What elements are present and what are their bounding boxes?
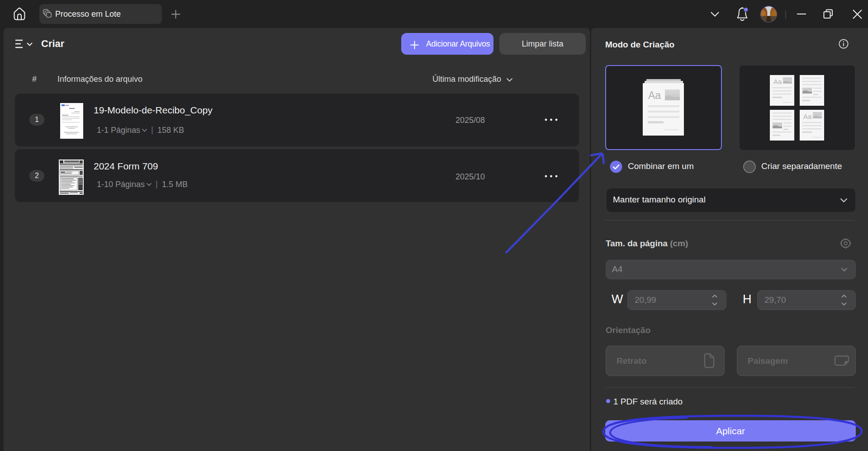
svg-text:Aa: Aa	[648, 89, 661, 101]
svg-text:Aa: Aa	[773, 78, 782, 85]
svg-text:Aa: Aa	[803, 113, 812, 120]
